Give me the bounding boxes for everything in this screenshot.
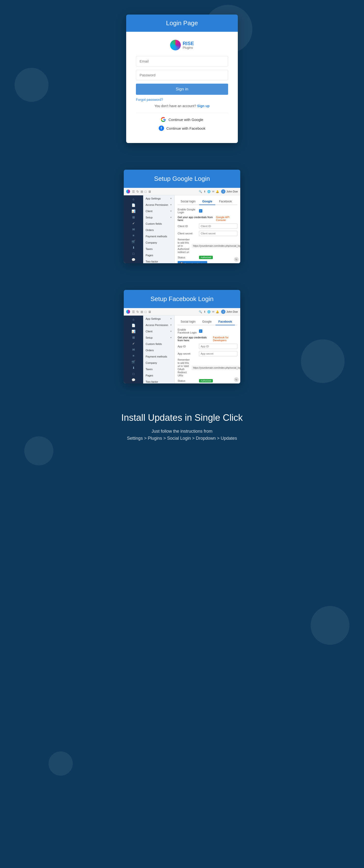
fb-nav-setup[interactable]: Setup▼ (143, 335, 174, 341)
window-icon[interactable]: □ (145, 190, 146, 193)
nav-access-permission[interactable]: Access Permission▼ (143, 202, 174, 208)
nav-taxes[interactable]: Taxes (143, 246, 174, 252)
sidebar-icon-file[interactable]: 📄 (130, 204, 137, 207)
fb-sidebar-icon-file[interactable]: 📄 (130, 323, 137, 327)
tab-google[interactable]: Google (199, 198, 215, 205)
fb-globe-icon[interactable]: 🌐 (207, 310, 211, 313)
nav-orders[interactable]: Orders (143, 227, 174, 233)
signup-link[interactable]: Sign up (197, 104, 209, 108)
monitor-icon[interactable]: 🖥 (148, 190, 151, 193)
fb-sidebar-icon-home[interactable]: ⌂ (130, 317, 137, 321)
fb-sidebar-icon-mail[interactable]: ✉ (130, 348, 137, 351)
google-enable-row: Enable Google Login ✓ (178, 208, 237, 214)
fb-search-icon[interactable]: 🔍 (199, 310, 202, 313)
google-enable-checkbox[interactable]: ✓ (199, 209, 202, 213)
facebook-app-id-input[interactable] (199, 344, 237, 349)
sidebar-icon-check[interactable]: ✓ (130, 221, 137, 225)
sidebar-icon-layers[interactable]: ≡ (130, 234, 137, 237)
password-input[interactable] (136, 70, 228, 80)
fb-nav-access-permission[interactable]: Access Permission▼ (143, 322, 174, 328)
fb-menu-icon[interactable]: ☰ (132, 310, 135, 314)
email-field[interactable] (136, 56, 228, 66)
facebook-get-creds-label: Get your app credentials from here: (178, 336, 212, 342)
forgot-password-link[interactable]: Forgot password? (136, 98, 163, 101)
facebook-login-button[interactable]: f Continue with Facebook (159, 126, 205, 131)
tab-facebook[interactable]: Facebook (216, 198, 235, 205)
fb-nav-company[interactable]: Company (143, 360, 174, 366)
google-save-button[interactable]: 💾 Save & authorize (178, 261, 207, 263)
facebook-redirect-uri-row: Remember to add this url in Valid OAuth … (178, 358, 237, 377)
fb-nav-payment-methods[interactable]: Payment methods (143, 353, 174, 360)
fb-nav-taxes[interactable]: Taxes (143, 366, 174, 372)
google-client-secret-row: Client secret (178, 231, 237, 236)
signin-button[interactable]: Sign in (136, 84, 228, 95)
facebook-browser-search-icons: 🔍 ⬇ 🌐 ✉ 🔔 (199, 310, 219, 313)
fb-monitor-icon[interactable]: 🖥 (148, 310, 151, 314)
scroll-indicator-facebook[interactable]: ↻ (234, 377, 239, 382)
fb-sidebar-icon-check[interactable]: ✓ (130, 342, 137, 345)
fb-sidebar-icon-window[interactable]: □ (130, 372, 137, 376)
nav-pages[interactable]: Pages (143, 252, 174, 258)
tab-social-login[interactable]: Social login (178, 198, 198, 205)
grid-icon[interactable]: ⊞ (140, 190, 143, 193)
bell-icon[interactable]: 🔔 (216, 190, 219, 193)
fb-sidebar-icon-grid[interactable]: ⊞ (130, 336, 137, 339)
search-icon[interactable]: 🔍 (199, 190, 202, 193)
fb-sidebar-icon-chart[interactable]: 📊 (130, 330, 137, 333)
facebook-app-secret-input[interactable] (199, 351, 237, 356)
nav-app-settings[interactable]: App Settings▼ (143, 195, 174, 202)
fb-tab-social-login[interactable]: Social login (178, 318, 198, 325)
fb-nav-custom-fields[interactable]: Custom fields (143, 341, 174, 347)
sidebar-icon-chart[interactable]: 📊 (130, 210, 137, 213)
mail-icon[interactable]: ✉ (212, 190, 214, 193)
sidebar-icon-cart[interactable]: 🛒 (130, 240, 137, 243)
refresh-icon[interactable]: ↻ (136, 190, 139, 193)
fb-nav-client[interactable]: Client▼ (143, 328, 174, 335)
fb-sidebar-icon-cart[interactable]: 🛒 (130, 360, 137, 364)
fb-grid-icon[interactable]: ⊞ (140, 310, 143, 314)
login-card: Login Page RISE Plugins (126, 14, 238, 143)
fb-nav-orders[interactable]: Orders (143, 347, 174, 353)
sidebar-icon-window[interactable]: □ (130, 252, 137, 255)
decorative-circle-6 (49, 751, 73, 776)
google-api-link[interactable]: Google API Console (216, 216, 237, 221)
fb-nav-two-factor[interactable]: Two-factor (143, 379, 174, 383)
globe-icon[interactable]: 🌐 (207, 190, 211, 193)
fb-bell-icon[interactable]: 🔔 (216, 310, 219, 313)
fb-sidebar-icon-layers[interactable]: ≡ (130, 354, 137, 358)
nav-client[interactable]: Client▼ (143, 208, 174, 214)
nav-setup[interactable]: Setup▼ (143, 214, 174, 221)
sidebar-icon-home[interactable]: ⌂ (130, 197, 137, 201)
email-input[interactable] (136, 56, 228, 66)
google-client-id-input[interactable] (199, 223, 237, 229)
fb-tab-google[interactable]: Google (199, 318, 215, 325)
fb-nav-app-settings[interactable]: App Settings▼ (143, 316, 174, 322)
fb-refresh-icon[interactable]: ↻ (136, 310, 139, 314)
facebook-api-link[interactable]: Facebook for Developers (213, 336, 237, 342)
login-title: Login Page (166, 20, 198, 27)
password-field[interactable] (136, 70, 228, 80)
nav-company[interactable]: Company (143, 240, 174, 246)
nav-payment-methods[interactable]: Payment methods (143, 233, 174, 240)
fb-download-icon[interactable]: ⬇ (204, 310, 206, 313)
sidebar-icon-download[interactable]: ⬇ (130, 246, 137, 249)
fb-mail-icon[interactable]: ✉ (212, 310, 214, 313)
sidebar-icon-chat[interactable]: 💬 (130, 258, 137, 261)
fb-sidebar-icon-chat[interactable]: 💬 (130, 378, 137, 382)
google-client-secret-input[interactable] (199, 231, 237, 236)
fb-window-icon[interactable]: □ (145, 310, 146, 314)
nav-two-factor[interactable]: Two-factor (143, 258, 174, 263)
google-login-button[interactable]: Continue with Google (161, 117, 203, 122)
download-icon[interactable]: ⬇ (204, 190, 206, 193)
facebook-enable-checkbox[interactable]: ✓ (199, 330, 202, 333)
fb-tab-facebook[interactable]: Facebook (216, 318, 235, 325)
sidebar-icon-grid[interactable]: ⊞ (130, 216, 137, 219)
fb-nav-pages[interactable]: Pages (143, 372, 174, 379)
nav-custom-fields[interactable]: Custom fields (143, 221, 174, 227)
fb-sidebar-icon-download[interactable]: ⬇ (130, 366, 137, 370)
sidebar-icon-mail[interactable]: ✉ (130, 227, 137, 231)
scroll-indicator-google[interactable]: ↻ (234, 257, 239, 262)
menu-icon[interactable]: ☰ (132, 190, 135, 193)
browser-user: J John Doe (221, 189, 238, 194)
facebook-app-content: Social login Google Facebook Enable Face… (175, 316, 240, 383)
